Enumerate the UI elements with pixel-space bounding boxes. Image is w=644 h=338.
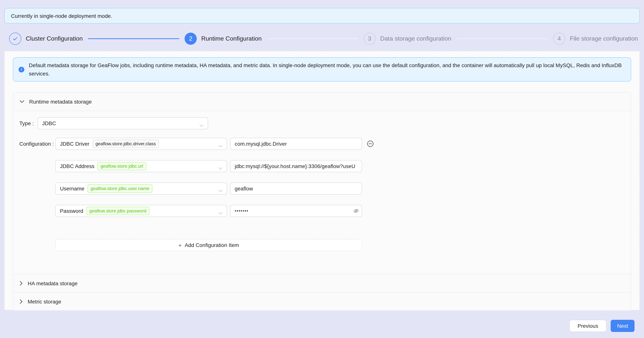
config-key-name: JDBC Address bbox=[60, 163, 94, 169]
config-row-password: Password geaflow.store.jdbc.password bbox=[55, 205, 374, 217]
next-button[interactable]: Next bbox=[611, 320, 634, 332]
config-key-tag: geaflow.store.jdbc.url bbox=[98, 162, 146, 170]
chevron-down-icon bbox=[218, 143, 222, 149]
config-key-select[interactable]: JDBC Address geaflow.store.jdbc.url bbox=[55, 160, 227, 172]
previous-button-label: Previous bbox=[578, 323, 598, 329]
type-form-row: Type : JDBC bbox=[19, 117, 625, 129]
minus-circle-icon[interactable] bbox=[367, 140, 374, 147]
next-button-label: Next bbox=[617, 323, 628, 329]
panel-title: Runtime metadata storage bbox=[29, 99, 92, 105]
chevron-down-icon bbox=[218, 187, 222, 193]
step-file-storage-configuration[interactable]: 4 File storage configuration bbox=[553, 33, 638, 45]
config-key-select[interactable]: Username geaflow.store.jdbc.user.name bbox=[55, 182, 227, 195]
config-key-select[interactable]: Password geaflow.store.jdbc.password bbox=[55, 205, 227, 217]
plus-icon: + bbox=[178, 242, 182, 248]
step-number-icon: 4 bbox=[553, 33, 565, 45]
password-value-input[interactable] bbox=[230, 205, 362, 217]
config-key-tag: geaflow.store.jdbc.user.name bbox=[87, 184, 152, 193]
add-configuration-item-button[interactable]: + Add Configuration Item bbox=[55, 239, 362, 251]
config-value-input[interactable] bbox=[230, 160, 362, 172]
step-title: File storage configuration bbox=[570, 35, 638, 42]
step-number-icon: 3 bbox=[364, 33, 376, 45]
config-row-jdbc-driver: JDBC Driver geaflow.store.jdbc.driver.cl… bbox=[55, 138, 374, 150]
runtime-metadata-panel-body: Type : JDBC Configuration : JD bbox=[13, 111, 631, 274]
config-row-username: Username geaflow.store.jdbc.user.name bbox=[55, 182, 374, 195]
configuration-label: Configuration : bbox=[19, 138, 54, 150]
step-title: Cluster Configuration bbox=[26, 35, 83, 42]
chevron-down-icon bbox=[218, 210, 222, 216]
config-key-name: Username bbox=[60, 185, 84, 192]
eye-invisible-icon[interactable] bbox=[353, 208, 359, 214]
chevron-down-icon bbox=[200, 122, 204, 128]
config-key-tag: geaflow.store.jdbc.driver.class bbox=[92, 140, 159, 148]
runtime-configuration-page: Currently in single-node deployment mode… bbox=[0, 0, 644, 338]
panel-title: Metric storage bbox=[28, 298, 61, 304]
type-label: Type : bbox=[19, 117, 34, 129]
deployment-mode-banner: Currently in single-node deployment mode… bbox=[4, 8, 640, 24]
step-connector bbox=[456, 38, 548, 39]
config-value-wrap bbox=[230, 205, 362, 217]
step-title: Data storage configuration bbox=[380, 35, 451, 42]
step-connector bbox=[88, 38, 179, 39]
info-alert-text: Default metadata storage for GeaFlow job… bbox=[29, 61, 626, 78]
wizard-footer: Previous Next bbox=[569, 320, 634, 332]
panel-runtime-metadata-header[interactable]: Runtime metadata storage bbox=[13, 93, 631, 111]
previous-button[interactable]: Previous bbox=[569, 320, 606, 332]
config-value-wrap bbox=[230, 160, 362, 172]
type-select[interactable]: JDBC bbox=[38, 117, 208, 129]
chevron-right-icon bbox=[20, 299, 23, 304]
step-cluster-configuration[interactable]: Cluster Configuration bbox=[9, 33, 83, 45]
config-key-select[interactable]: JDBC Driver geaflow.store.jdbc.driver.cl… bbox=[55, 138, 227, 150]
step-number-icon: 2 bbox=[184, 33, 197, 45]
config-row-jdbc-address: JDBC Address geaflow.store.jdbc.url bbox=[55, 160, 374, 172]
config-value-wrap bbox=[230, 182, 362, 195]
check-icon bbox=[9, 33, 21, 45]
add-configuration-item-label: Add Configuration Item bbox=[185, 242, 239, 248]
step-data-storage-configuration[interactable]: 3 Data storage configuration bbox=[364, 33, 451, 45]
chevron-down-icon bbox=[218, 165, 222, 171]
configuration-form-row: Configuration : JDBC Driver geaflow.stor… bbox=[19, 138, 625, 251]
configuration-card: i Default metadata storage for GeaFlow j… bbox=[4, 51, 640, 310]
config-value-input[interactable] bbox=[230, 138, 362, 150]
info-alert: i Default metadata storage for GeaFlow j… bbox=[13, 57, 631, 82]
step-title: Runtime Configuration bbox=[201, 35, 262, 42]
config-value-wrap bbox=[230, 138, 362, 150]
configuration-rows: JDBC Driver geaflow.store.jdbc.driver.cl… bbox=[55, 138, 374, 251]
info-icon: i bbox=[18, 67, 24, 72]
config-key-name: JDBC Driver bbox=[60, 141, 90, 147]
panel-title: HA metadata storage bbox=[28, 280, 78, 286]
panel-ha-metadata-header[interactable]: HA metadata storage bbox=[13, 274, 631, 292]
panel-metric-storage-header[interactable]: Metric storage bbox=[13, 292, 631, 310]
step-runtime-configuration[interactable]: 2 Runtime Configuration bbox=[184, 33, 262, 45]
type-select-value: JDBC bbox=[42, 120, 56, 126]
config-value-input[interactable] bbox=[230, 182, 362, 195]
chevron-right-icon bbox=[20, 281, 23, 285]
deployment-mode-text: Currently in single-node deployment mode… bbox=[11, 13, 112, 19]
config-key-name: Password bbox=[60, 208, 83, 214]
steps-bar: Cluster Configuration 2 Runtime Configur… bbox=[9, 33, 638, 45]
config-key-tag: geaflow.store.jdbc.password bbox=[86, 207, 150, 215]
chevron-down-icon bbox=[20, 100, 24, 103]
storage-collapse: Runtime metadata storage Type : JDBC Con… bbox=[13, 92, 631, 311]
step-connector bbox=[267, 38, 358, 39]
